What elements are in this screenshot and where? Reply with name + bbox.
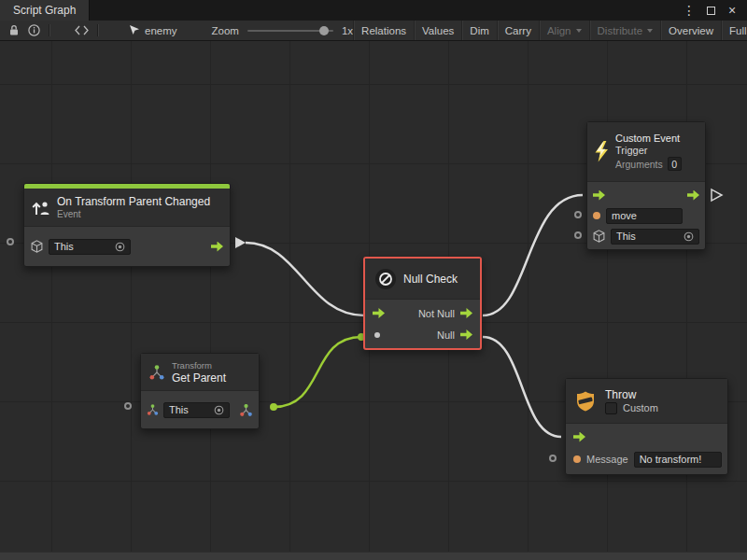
close-icon[interactable]: × — [725, 3, 740, 18]
node-body: This — [587, 182, 705, 249]
node-header: Transform Get Parent — [141, 354, 259, 391]
node-get-parent[interactable]: Transform Get Parent This — [140, 353, 260, 429]
lock-icon[interactable] — [8, 24, 20, 36]
null-label: Null — [437, 329, 455, 341]
flow-output-port[interactable] — [211, 242, 223, 252]
node-header: Null Check — [365, 259, 480, 300]
kebab-menu-icon[interactable]: ⋮ — [682, 3, 697, 18]
target-dropdown[interactable]: This — [49, 239, 131, 255]
arguments-row: Arguments 0 — [615, 157, 682, 171]
gameobject-cube-icon — [593, 230, 605, 243]
values-button[interactable]: Values — [414, 21, 461, 40]
target-dropdown[interactable]: This — [611, 229, 699, 245]
button-label: Overview — [669, 25, 713, 36]
graph-name-label: enemy — [145, 25, 177, 36]
null-check-icon — [374, 268, 397, 290]
gameobject-cube-icon — [31, 240, 43, 253]
node-header: Throw Custom — [566, 379, 727, 424]
null-output-port[interactable] — [460, 329, 472, 340]
button-label: Dim — [470, 25, 488, 36]
zoom-slider[interactable] — [247, 30, 333, 32]
string-value-port[interactable] — [573, 455, 581, 463]
throw-shield-icon — [574, 390, 597, 413]
fullscreen-button[interactable]: Full Screen — [721, 21, 747, 40]
not-null-output-port[interactable] — [460, 308, 472, 318]
wire-event-to-nullcheck — [246, 243, 364, 315]
wire-getparent-to-nullcheck — [274, 337, 361, 407]
graph-canvas[interactable]: On Transform Parent Changed Event This — [0, 41, 747, 560]
target-row: This — [24, 230, 230, 263]
node-body: Message — [566, 424, 727, 474]
flow-output-port[interactable] — [687, 190, 699, 201]
button-label: Full Screen — [729, 25, 747, 36]
custom-event-target-port[interactable] — [574, 231, 582, 239]
message-row: Message — [566, 447, 727, 471]
maximize-glyph — [707, 7, 715, 15]
flow-input-port[interactable] — [573, 432, 585, 442]
titlebar: Script Graph ⋮ × — [0, 0, 747, 21]
target-row: This — [141, 394, 259, 426]
flow-output-arrow — [235, 237, 246, 248]
transform-input-icon — [147, 404, 159, 415]
tab-script-graph[interactable]: Script Graph — [0, 0, 90, 21]
zoom-slider-handle[interactable] — [319, 26, 329, 35]
horizontal-scrollbar[interactable] — [0, 552, 747, 560]
distribute-button[interactable]: Distribute — [589, 21, 661, 40]
input-value-port[interactable] — [374, 332, 380, 338]
graph-breadcrumb[interactable]: enemy — [129, 24, 177, 36]
toolbar-separator — [97, 24, 98, 36]
custom-option-row: Custom — [605, 402, 658, 414]
node-header: Custom Event Trigger Arguments 0 — [587, 122, 705, 182]
transform-output-port-icon[interactable] — [239, 404, 253, 416]
wire-null-to-throw — [483, 337, 561, 437]
transform-icon — [148, 365, 165, 380]
message-label: Message — [586, 454, 628, 465]
node-custom-event-trigger[interactable]: Custom Event Trigger Arguments 0 — [586, 121, 706, 250]
get-parent-target-port[interactable] — [124, 402, 132, 410]
dim-button[interactable]: Dim — [461, 21, 496, 40]
target-value: This — [169, 404, 189, 415]
button-label: Relations — [361, 25, 406, 36]
chevron-down-icon — [647, 29, 653, 33]
event-target-port[interactable] — [7, 238, 14, 245]
event-name-input[interactable] — [606, 208, 683, 224]
flow-row — [566, 427, 727, 447]
info-icon[interactable] — [28, 24, 40, 36]
flow-input-port[interactable] — [373, 308, 385, 318]
flow-input-port[interactable] — [593, 190, 605, 201]
node-category: Transform — [172, 360, 226, 371]
message-input[interactable] — [634, 452, 722, 468]
node-title: Throw — [605, 388, 658, 401]
custom-event-name-port[interactable] — [574, 211, 582, 218]
toolbar-buttons: Relations Values Dim Carry Align Distrib… — [353, 21, 747, 40]
node-throw[interactable]: Throw Custom Message — [565, 378, 728, 475]
toolbar-left-group: enemy Zoom 1x — [0, 21, 353, 40]
not-null-label: Not Null — [418, 308, 455, 319]
carry-button[interactable]: Carry — [497, 21, 539, 40]
custom-checkbox[interactable] — [605, 402, 617, 414]
arguments-count-field[interactable]: 0 — [668, 157, 682, 171]
node-on-transform-parent-changed[interactable]: On Transform Parent Changed Event This — [23, 183, 231, 267]
node-null-check[interactable]: Null Check Not Null Null — [363, 257, 482, 350]
window-controls: ⋮ × — [682, 0, 747, 21]
overview-button[interactable]: Overview — [660, 21, 721, 40]
relations-button[interactable]: Relations — [353, 21, 414, 40]
code-preview-icon[interactable] — [75, 25, 89, 35]
node-header: On Transform Parent Changed Event — [24, 189, 230, 227]
object-picker-icon[interactable] — [214, 405, 224, 415]
chevron-down-icon — [576, 29, 582, 33]
align-button[interactable]: Align — [539, 21, 589, 40]
string-value-port[interactable] — [593, 212, 600, 219]
maximize-icon[interactable] — [703, 3, 718, 18]
throw-message-port[interactable] — [549, 455, 557, 462]
object-picker-icon[interactable] — [684, 231, 694, 242]
object-picker-icon[interactable] — [115, 242, 125, 252]
button-label: Carry — [505, 25, 531, 36]
node-subtitle: Trigger — [615, 145, 682, 156]
wire-notnull-to-customevent — [483, 195, 583, 315]
target-dropdown[interactable]: This — [163, 402, 230, 418]
graph-toolbar: enemy Zoom 1x Relations Values Dim Carry… — [0, 21, 747, 41]
node-body: This — [24, 227, 230, 266]
flow-row — [587, 185, 705, 205]
node-title: On Transform Parent Changed — [57, 195, 210, 208]
